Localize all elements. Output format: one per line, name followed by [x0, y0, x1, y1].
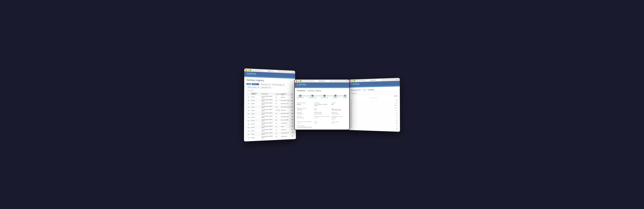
- list-item[interactable]: AR: [350, 99, 398, 102]
- center-minimize-icon[interactable]: [298, 80, 300, 82]
- more-icon[interactable]: •••: [249, 137, 250, 138]
- list-item[interactable]: BR-2: [350, 106, 398, 109]
- check-icon[interactable]: ✓: [247, 127, 248, 128]
- clear-filters-link[interactable]: Clear filters: [247, 90, 254, 91]
- more-icon[interactable]: •••: [249, 120, 250, 121]
- check-icon[interactable]: ✓: [247, 106, 248, 108]
- filter-axe-select[interactable]: Filter by Axe: [260, 83, 270, 86]
- more-icon[interactable]: •••: [249, 134, 250, 135]
- workflow-step-2: Received from FR: [309, 95, 316, 98]
- eye-icon[interactable]: ◉: [248, 103, 249, 104]
- field-app-value[interactable]: 2394/2018: [297, 109, 312, 110]
- more-icon[interactable]: •••: [249, 116, 250, 118]
- more-icon[interactable]: •••: [249, 127, 250, 128]
- minimize-icon[interactable]: [248, 69, 249, 71]
- field-start-date: Start Date 30 / 10 / 2017: [297, 116, 312, 120]
- right-minimize-icon[interactable]: [352, 80, 353, 82]
- url-bar[interactable]: google.com: [263, 70, 278, 72]
- more-icon[interactable]: •••: [249, 96, 250, 98]
- country-checkbox[interactable]: [350, 119, 352, 120]
- eye-icon[interactable]: ◉: [248, 110, 249, 111]
- field-expire-value[interactable]: 03 / 06 / 2021: [332, 113, 347, 114]
- row-actions: ✓ ◉ •••: [246, 132, 251, 136]
- country-checkbox[interactable]: [351, 104, 352, 106]
- cell-ref: 191710: [251, 125, 261, 129]
- cell-ref: 191710: [251, 112, 261, 116]
- right-fullscreen-icon[interactable]: [354, 80, 355, 82]
- eye-icon[interactable]: ◉: [248, 137, 249, 138]
- check-icon[interactable]: ✓: [247, 113, 248, 114]
- center-close-icon[interactable]: [296, 80, 297, 82]
- country-checkbox[interactable]: [350, 122, 352, 123]
- cell-ref: 191710: [251, 95, 261, 99]
- list-item[interactable]: BO: [350, 102, 398, 104]
- more-icon[interactable]: •••: [249, 113, 250, 114]
- cell-axe: MUP: [291, 128, 294, 131]
- eye-icon[interactable]: ◉: [248, 96, 249, 98]
- check-icon[interactable]: ✓: [247, 134, 248, 135]
- country-code: EC: [396, 110, 397, 111]
- more-icon[interactable]: •••: [249, 123, 250, 125]
- fullscreen-icon[interactable]: [250, 69, 251, 71]
- cell-desc: LE VOL.REVOL.NOIR10 EU/UK: [261, 95, 275, 99]
- country-checkbox[interactable]: [350, 124, 352, 125]
- eye-icon[interactable]: ◉: [248, 130, 249, 132]
- eye-icon[interactable]: ◉: [248, 123, 249, 125]
- close-icon[interactable]: [245, 69, 247, 71]
- country-checkbox[interactable]: [351, 100, 352, 101]
- filter-grid-select[interactable]: Filter by Grid: [260, 86, 271, 89]
- eye-icon[interactable]: ◉: [248, 113, 249, 114]
- filter-campaign-select[interactable]: Filter by Campaign: [271, 84, 285, 86]
- right-logo-light: FSA: [355, 83, 359, 85]
- mgmt-link[interactable]: Management: [350, 89, 361, 91]
- cell-axe: MUP: [291, 96, 294, 99]
- check-icon[interactable]: ✓: [247, 103, 248, 104]
- filter-country-select[interactable]: Filter by Country: [246, 86, 260, 88]
- country-checkbox[interactable]: [350, 114, 352, 116]
- check-icon[interactable]: ✓: [247, 117, 248, 118]
- check-icon[interactable]: ✓: [247, 137, 248, 138]
- ref-input[interactable]: [252, 83, 259, 85]
- check-icon[interactable]: ✓: [247, 130, 248, 132]
- eye-icon[interactable]: ◉: [248, 120, 249, 121]
- search-input[interactable]: [353, 92, 397, 94]
- more-icon[interactable]: •••: [249, 110, 250, 111]
- field-sanitary-value[interactable]: LE VOLUME REVOLUTION: [297, 127, 312, 128]
- field-start-value[interactable]: 30 / 10 / 2017: [297, 117, 312, 119]
- eye-icon[interactable]: ◉: [248, 106, 249, 108]
- field-exp-value[interactable]: 29 / 05 / 2018: [314, 113, 330, 114]
- right-close-icon[interactable]: [350, 80, 351, 82]
- more-icon[interactable]: •••: [249, 106, 250, 108]
- check-icon[interactable]: ✓: [247, 110, 248, 111]
- center-fullscreen-icon[interactable]: [300, 80, 302, 82]
- eye-icon[interactable]: ◉: [248, 100, 249, 101]
- country-checkbox[interactable]: [350, 117, 352, 118]
- country-checkbox[interactable]: [350, 126, 352, 128]
- center-banner: [295, 87, 349, 88]
- more-icon[interactable]: •••: [249, 100, 250, 101]
- search-bar[interactable]: 🔍: [350, 92, 398, 94]
- country-checkbox[interactable]: [351, 102, 352, 104]
- edit-button[interactable]: Edit: [246, 83, 251, 85]
- list-link[interactable]: List: [363, 89, 366, 91]
- check-icon[interactable]: ✓: [247, 120, 248, 122]
- eye-icon[interactable]: ◉: [248, 134, 249, 135]
- check-icon[interactable]: ✓: [247, 96, 248, 98]
- country-checkbox[interactable]: [350, 112, 352, 113]
- step-dot-4: [334, 95, 336, 97]
- check-icon[interactable]: ✓: [247, 100, 248, 101]
- field-campaign-value[interactable]: EYES 2018: [297, 113, 312, 114]
- more-icon[interactable]: •••: [249, 130, 250, 132]
- eye-icon[interactable]: ◉: [248, 116, 249, 118]
- right-url-bar[interactable]: google.com: [366, 79, 381, 81]
- field-axe-value[interactable]: MUP: [314, 109, 330, 110]
- field-desc-value[interactable]: LE VOL.REVOL.NOIR10 EU/UK: [314, 104, 330, 106]
- center-url-bar[interactable]: google.com: [314, 80, 330, 82]
- eye-icon[interactable]: ◉: [248, 127, 249, 128]
- country-checkbox[interactable]: [351, 109, 352, 110]
- check-icon[interactable]: ✓: [247, 124, 248, 125]
- country-checkbox[interactable]: [351, 107, 352, 108]
- more-icon[interactable]: •••: [249, 103, 250, 104]
- list-item[interactable]: BR-1: [350, 104, 398, 106]
- cell-axe: MUP: [291, 115, 294, 118]
